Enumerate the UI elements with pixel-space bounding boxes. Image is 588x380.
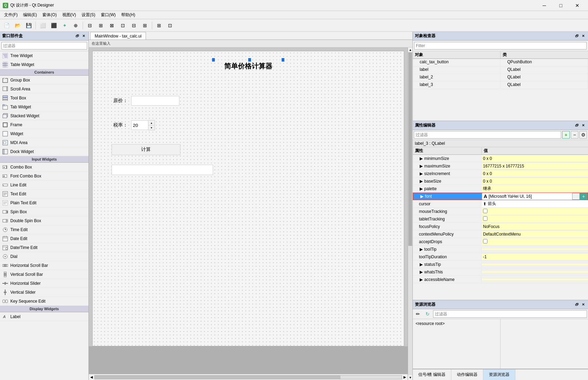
widget-item-combobox[interactable]: ▼ Combo Box [0,163,88,172]
toolbar-btn-7[interactable]: ⊕ [71,21,81,30]
table-row[interactable]: label_2 QLabel [413,74,588,82]
minimize-button[interactable]: ─ [536,0,552,11]
prop-row-tooltipduration[interactable]: toolTipDuration -1 [413,253,588,261]
prop-row-mousetracking[interactable]: mouseTracking [413,208,588,215]
widget-item-textedit[interactable]: Text Edit [0,189,88,198]
mousetracking-checkbox[interactable] [483,209,487,213]
design-tab-main[interactable]: MainWindow - tax_calc.ui [90,32,146,40]
menu-window[interactable]: 窗口(W) [98,11,118,19]
scroll-up-button[interactable]: ▲ [408,47,412,52]
prop-settings-button[interactable]: ⚙ [579,131,587,139]
widget-item-dial[interactable]: Dial [0,252,88,261]
widget-item-table[interactable]: Table Widget [0,60,88,69]
res-refresh-button[interactable]: ↻ [423,310,432,318]
scroll-right-button[interactable]: ▶ [402,374,408,380]
prop-float-button[interactable]: 🗗 [574,123,580,128]
open-button[interactable]: 📂 [12,21,23,30]
panel-float-button[interactable]: 🗗 [75,33,80,39]
prop-row-tablettracking[interactable]: tabletTracking [413,215,588,223]
table-row[interactable]: calc_tax_button QPushButton [413,59,588,66]
scroll-down-button[interactable]: ▼ [408,375,412,380]
toolbar-btn-8[interactable]: ⊟ [85,21,95,30]
scroll-track[interactable] [94,375,402,379]
toolbar-btn-9[interactable]: ⊞ [96,21,106,30]
widget-item-tabwidget[interactable]: Tab Widget [0,102,88,111]
prop-row-contextmenu[interactable]: contextMenuPolicy DefaultContextMenu [413,230,588,238]
save-button[interactable]: 💾 [23,21,34,30]
toolbar-btn-6[interactable]: ✦ [60,21,70,30]
design-vscrollbar[interactable]: ▲ ▼ [408,47,412,380]
spin-up-button[interactable]: ▲ [148,120,155,125]
toolbar-btn-14[interactable]: ⊞ [154,21,164,30]
menu-window-form[interactable]: 窗体(O) [40,11,59,19]
widget-item-frame[interactable]: Frame [0,120,88,129]
form-design-area[interactable]: 简单价格计算器 原价： 税率： [92,51,404,346]
obj-filter-input[interactable] [414,42,587,50]
prop-row-sizeincr[interactable]: ▶ sizeIncrement 0 x 0 [413,170,588,177]
widget-item-mdi[interactable]: MDI Area [0,138,88,147]
widget-item-toolbox[interactable]: Tool Box [0,94,88,102]
menu-view[interactable]: 视图(V) [60,11,79,19]
prop-remove-button[interactable]: − [571,131,578,139]
res-pencil-button[interactable]: ✏ [414,310,422,318]
widget-item-dock[interactable]: Dock Widget [0,147,88,156]
toolbar-btn-10[interactable]: ⊠ [107,21,117,30]
vscroll-track[interactable] [408,52,412,375]
widget-item-dateedit[interactable]: Date Edit [0,234,88,243]
widget-item-stacked[interactable]: Stacked Widget [0,111,88,120]
menu-help[interactable]: 帮助(H) [118,11,138,19]
obj-close-button[interactable]: ✕ [580,33,586,39]
menu-file[interactable]: 文件(F) [1,11,20,19]
prop-row-focuspolicy[interactable]: focusPolicy NoFocus [413,223,588,230]
widget-item-label[interactable]: A Label [0,312,88,321]
widget-item-keyseq[interactable]: Key Sequence Edit [0,297,88,306]
prop-filter-input[interactable] [414,131,561,139]
table-row[interactable]: label_3 QLabel [413,82,588,89]
table-row[interactable]: label QLabel [413,66,588,74]
prop-row-palette[interactable]: ▶ palette 继承 [413,185,588,193]
prop-row-font[interactable]: ▶ font A [Microsoft YaHei UI, 16] ... + [413,193,588,200]
tab-action-editor[interactable]: 动作编辑器 [451,369,483,380]
prop-row-basesize[interactable]: ▶ baseSize 0 x 0 [413,177,588,185]
prop-row-minsize[interactable]: ▶ minimumSize 0 x 0 [413,155,588,162]
calculate-button[interactable]: 计算 [112,144,180,155]
widget-item-hslider[interactable]: Horizontal Slider [0,279,88,288]
original-price-input[interactable] [131,96,179,106]
prop-row-acceptdrops[interactable]: acceptDrops [413,238,588,246]
widget-item-vscrollbar[interactable]: Vertical Scroll Bar [0,270,88,279]
widget-item-vslider[interactable]: Vertical Slider [0,288,88,297]
widget-item-widget[interactable]: Widget [0,129,88,138]
widget-item-scrollarea[interactable]: Scroll Area [0,85,88,94]
tab-resource-browser[interactable]: 资源浏览器 [483,369,515,380]
toolbar-btn-11[interactable]: ⊡ [118,21,128,30]
maximize-button[interactable]: □ [553,0,569,11]
font-plus-button[interactable]: + [580,193,587,200]
widget-filter-input[interactable] [1,42,87,50]
menu-edit[interactable]: 编辑(E) [20,11,40,19]
prop-add-button[interactable]: + [562,131,570,139]
widget-item-lineedit[interactable]: Line Edit [0,181,88,189]
toolbar-btn-4[interactable]: ⬜ [38,21,48,30]
toolbar-btn-5[interactable]: ⬛ [49,21,59,30]
res-filter-input[interactable] [433,310,587,318]
widget-item-datetimeedit[interactable]: Date/Time Edit [0,243,88,252]
acceptdrops-checkbox[interactable] [483,239,487,243]
toolbar-btn-12[interactable]: ⊟ [129,21,139,30]
prop-row-tooltip[interactable]: ▶ toolTip [413,246,588,253]
design-canvas[interactable]: 简单价格计算器 原价： 税率： [89,47,408,374]
res-close-button[interactable]: ✕ [580,302,586,307]
res-float-button[interactable]: 🗗 [574,302,580,307]
prop-close-button[interactable]: ✕ [580,123,586,128]
panel-close-button[interactable]: ✕ [81,33,86,39]
menu-settings[interactable]: 设置(S) [79,11,98,19]
result-input[interactable] [112,165,213,175]
horizontal-scrollbar[interactable]: ◀ ▶ [89,374,408,380]
tablettracking-checkbox[interactable] [483,216,487,221]
widget-item-tree[interactable]: Tree Widget [0,51,88,60]
prop-row-maxsize[interactable]: ▶ maximumSize 16777215 x 16777215 [413,162,588,170]
resource-root-item[interactable]: <resource root> [414,321,499,327]
toolbar-btn-15[interactable]: ⊡ [165,21,175,30]
widget-item-plaintextedit[interactable]: Plain Text Edit [0,198,88,207]
tab-signal-slot[interactable]: 信号/槽 编辑器 [413,369,451,380]
font-ellipsis-button[interactable]: ... [572,193,580,200]
